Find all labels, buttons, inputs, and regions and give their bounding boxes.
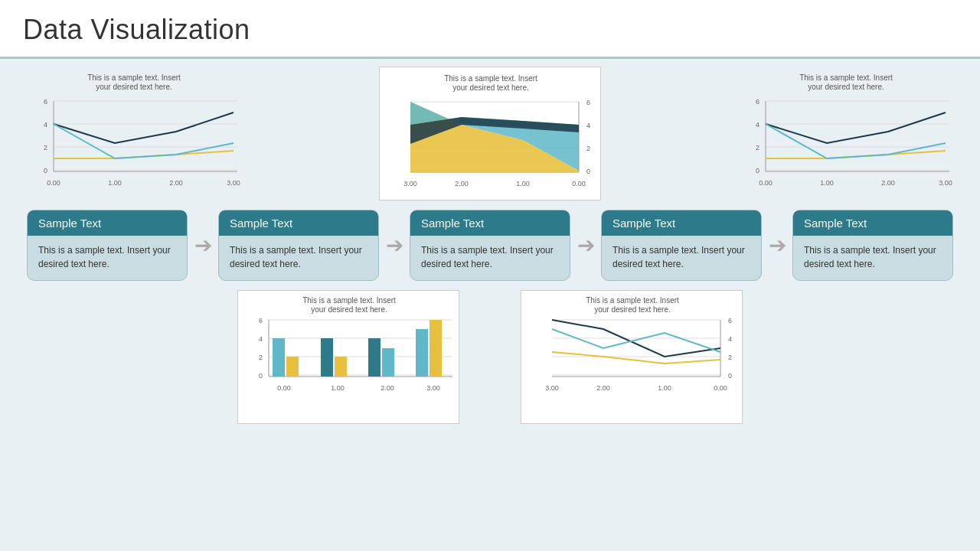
process-box-4: Sample Text This is a sample text. Inser… bbox=[601, 210, 762, 281]
process-box-5: Sample Text This is a sample text. Inser… bbox=[792, 210, 953, 281]
process-box-1: Sample Text This is a sample text. Inser… bbox=[27, 210, 188, 281]
svg-text:1.00: 1.00 bbox=[331, 384, 345, 392]
svg-text:1.00: 1.00 bbox=[658, 384, 671, 392]
svg-rect-74 bbox=[430, 320, 442, 377]
svg-text:This is a sample text. Insert: This is a sample text. Insert bbox=[87, 73, 181, 82]
svg-text:0.00: 0.00 bbox=[714, 384, 727, 392]
svg-rect-73 bbox=[416, 329, 428, 377]
svg-text:4: 4 bbox=[44, 121, 47, 129]
header: Data Visualization bbox=[0, 0, 980, 59]
svg-text:your desired text here.: your desired text here. bbox=[452, 83, 529, 92]
arrow-1: ➔ bbox=[194, 233, 212, 258]
svg-text:1.00: 1.00 bbox=[516, 180, 530, 187]
svg-rect-71 bbox=[368, 338, 381, 377]
svg-text:0: 0 bbox=[259, 372, 263, 380]
svg-text:6: 6 bbox=[756, 98, 760, 106]
svg-text:6: 6 bbox=[586, 99, 590, 106]
svg-text:2.00: 2.00 bbox=[596, 384, 610, 392]
svg-text:your desired text here.: your desired text here. bbox=[311, 305, 387, 314]
svg-text:1.00: 1.00 bbox=[108, 179, 122, 187]
svg-text:0: 0 bbox=[728, 372, 732, 380]
svg-text:0: 0 bbox=[756, 167, 760, 174]
process-box-1-header: Sample Text bbox=[28, 210, 187, 236]
svg-text:2.00: 2.00 bbox=[455, 180, 469, 187]
svg-text:3.00: 3.00 bbox=[403, 180, 417, 187]
svg-rect-68 bbox=[286, 357, 299, 377]
process-box-3-header: Sample Text bbox=[410, 210, 570, 236]
svg-rect-72 bbox=[382, 348, 394, 377]
top-left-chart: This is a sample text. Insert your desir… bbox=[23, 67, 245, 201]
process-box-4-header: Sample Text bbox=[602, 210, 761, 236]
svg-text:0.00: 0.00 bbox=[47, 179, 60, 187]
top-right-chart: This is a sample text. Insert your desir… bbox=[735, 67, 957, 201]
process-box-2-body: This is a sample text. Insert your desir… bbox=[219, 236, 378, 271]
svg-rect-70 bbox=[335, 357, 347, 377]
process-box-2-header: Sample Text bbox=[219, 210, 378, 236]
svg-text:3.00: 3.00 bbox=[939, 179, 952, 187]
top-center-chart: This is a sample text. Insert your desir… bbox=[379, 67, 601, 201]
svg-text:3.00: 3.00 bbox=[545, 384, 559, 392]
svg-text:your desired text here.: your desired text here. bbox=[808, 83, 884, 91]
top-center-chart-svg: This is a sample text. Insert your desir… bbox=[380, 67, 602, 201]
top-right-chart-svg: This is a sample text. Insert your desir… bbox=[735, 67, 957, 201]
process-flow-row: Sample Text This is a sample text. Inser… bbox=[23, 210, 957, 281]
svg-text:2.00: 2.00 bbox=[381, 384, 394, 392]
svg-text:your desired text here.: your desired text here. bbox=[594, 305, 671, 314]
page-title: Data Visualization bbox=[23, 14, 957, 46]
arrow-3: ➔ bbox=[577, 233, 595, 258]
svg-text:0.00: 0.00 bbox=[759, 179, 773, 187]
svg-text:2: 2 bbox=[44, 144, 47, 152]
svg-text:This is a sample text. Insert: This is a sample text. Insert bbox=[302, 296, 396, 305]
svg-rect-69 bbox=[321, 338, 333, 377]
bottom-left-chart-svg: This is a sample text. Insert your desir… bbox=[238, 291, 460, 425]
process-box-5-header: Sample Text bbox=[793, 210, 952, 236]
svg-text:3.00: 3.00 bbox=[227, 179, 240, 187]
svg-text:4: 4 bbox=[259, 335, 263, 343]
process-box-3: Sample Text This is a sample text. Inser… bbox=[410, 210, 570, 281]
svg-text:This is a sample text. Insert: This is a sample text. Insert bbox=[444, 74, 537, 83]
process-box-2: Sample Text This is a sample text. Inser… bbox=[218, 210, 379, 281]
svg-text:6: 6 bbox=[44, 98, 47, 106]
svg-text:4: 4 bbox=[586, 122, 590, 129]
top-charts-row: This is a sample text. Insert your desir… bbox=[23, 67, 957, 201]
bottom-right-chart-svg: This is a sample text. Insert your desir… bbox=[521, 291, 743, 425]
svg-text:2: 2 bbox=[586, 145, 590, 152]
svg-text:This is a sample text. Insert: This is a sample text. Insert bbox=[586, 296, 679, 305]
svg-text:2.00: 2.00 bbox=[881, 179, 895, 187]
process-box-5-body: This is a sample text. Insert your desir… bbox=[793, 236, 952, 271]
page: Data Visualization This is a sample text… bbox=[0, 0, 980, 551]
svg-text:2: 2 bbox=[259, 354, 263, 361]
svg-rect-67 bbox=[273, 338, 285, 377]
svg-text:0.00: 0.00 bbox=[277, 384, 291, 392]
arrow-2: ➔ bbox=[386, 233, 403, 258]
svg-text:1.00: 1.00 bbox=[820, 179, 834, 187]
svg-text:your desired text here.: your desired text here. bbox=[96, 83, 172, 91]
arrow-4: ➔ bbox=[769, 233, 786, 258]
svg-text:0.00: 0.00 bbox=[572, 180, 586, 187]
main-content: This is a sample text. Insert your desir… bbox=[0, 59, 980, 432]
svg-text:6: 6 bbox=[259, 317, 263, 324]
svg-text:4: 4 bbox=[756, 121, 760, 129]
process-box-1-body: This is a sample text. Insert your desir… bbox=[28, 236, 187, 271]
top-left-chart-svg: This is a sample text. Insert your desir… bbox=[23, 67, 245, 201]
svg-text:2: 2 bbox=[728, 354, 732, 361]
svg-text:This is a sample text. Insert: This is a sample text. Insert bbox=[799, 73, 893, 82]
svg-text:6: 6 bbox=[728, 317, 732, 324]
svg-text:2.00: 2.00 bbox=[169, 179, 183, 187]
process-box-4-body: This is a sample text. Insert your desir… bbox=[602, 236, 761, 271]
svg-text:2: 2 bbox=[756, 144, 760, 152]
bottom-right-chart: This is a sample text. Insert your desir… bbox=[521, 290, 743, 424]
process-box-3-body: This is a sample text. Insert your desir… bbox=[410, 236, 570, 271]
svg-text:3.00: 3.00 bbox=[426, 384, 440, 392]
bottom-left-chart: This is a sample text. Insert your desir… bbox=[237, 290, 459, 424]
bottom-charts-row: This is a sample text. Insert your desir… bbox=[23, 290, 957, 424]
svg-text:4: 4 bbox=[728, 335, 732, 343]
svg-text:0: 0 bbox=[586, 168, 590, 175]
svg-text:0: 0 bbox=[44, 167, 47, 174]
